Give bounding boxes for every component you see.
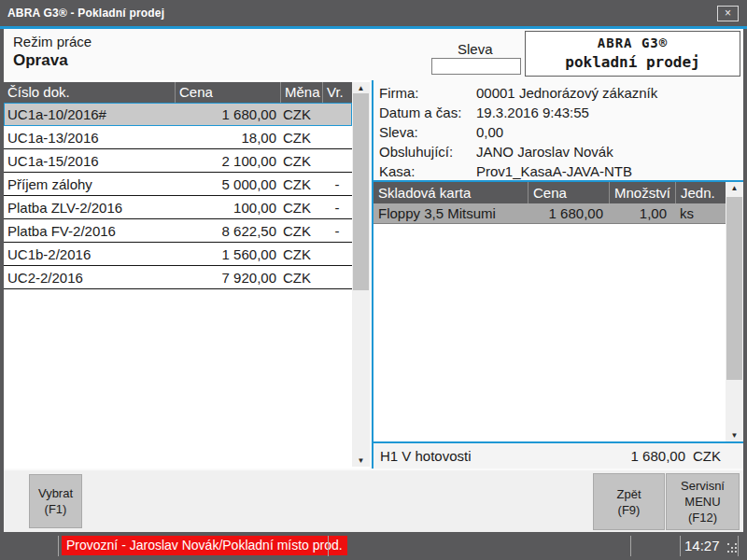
total-amount: 1 680,00 (631, 448, 685, 464)
service-button-label1: Servisní (681, 478, 725, 494)
document-row[interactable]: UC1b-2/2016 1 560,00 CZK (4, 243, 352, 266)
items-scrollbar[interactable]: ▲ ▼ (726, 182, 743, 441)
info-label: Obsluhující: (379, 142, 476, 161)
doc-currency: CZK (280, 106, 322, 122)
discount-input[interactable] (431, 58, 521, 75)
document-row[interactable]: Platba ZLV-2/2016 100,00 CZK - (4, 196, 352, 219)
app-window: ABRA G3® - Pokladní prodej × Režim práce… (0, 0, 747, 560)
select-button[interactable]: Vybrat (F1) (29, 474, 82, 528)
payment-method-label: H1 V hotovosti (374, 448, 631, 464)
doc-vr: - (322, 200, 352, 216)
statusbar-separator (630, 536, 631, 556)
items-panel: Skladová karta Cena Množství Jedn. Flopp… (374, 182, 743, 441)
column-header-qty[interactable]: Množství (609, 182, 675, 203)
receipt-panel: Firma: 00001 Jednorázový zákazník Datum … (372, 80, 743, 469)
receipt-info: Firma: 00001 Jednorázový zákazník Datum … (374, 80, 743, 180)
column-header-currency[interactable]: Měna (280, 82, 322, 103)
scroll-down-icon[interactable]: ▼ (726, 429, 743, 441)
doc-number: UC1a-15/2016 (4, 153, 175, 169)
statusbar-separator (738, 536, 739, 556)
doc-number: Platba ZLV-2/2016 (4, 200, 175, 216)
window-border-right (743, 29, 747, 532)
doc-price: 1 680,00 (175, 106, 280, 122)
document-row[interactable]: UC1a-15/2016 2 100,00 CZK (4, 149, 352, 173)
documents-table-header: Číslo dok. Cena Měna Vr. (4, 82, 352, 103)
doc-currency: CZK (280, 223, 322, 239)
doc-currency: CZK (280, 130, 322, 146)
info-value: 00001 Jednorázový zákazník (476, 83, 657, 103)
header-panel: Režim práce Oprava Sleva ABRA G3® poklad… (4, 29, 743, 80)
select-button-shortcut: (F1) (45, 501, 67, 517)
document-row[interactable]: UC1a-13/2016 18,00 CZK (4, 126, 352, 149)
info-row-firma: Firma: 00001 Jednorázový zákazník (379, 83, 743, 103)
document-row[interactable]: UC2-2/2016 7 920,00 CZK (4, 266, 352, 289)
doc-currency: CZK (280, 153, 322, 169)
info-label: Kasa: (379, 161, 476, 181)
column-header-price[interactable]: Cena (528, 182, 609, 203)
status-bar: Provozní - Jaroslav Novák/Pokladní místo… (0, 532, 747, 560)
back-button-label: Zpět (616, 486, 641, 502)
brand-logo: ABRA G3® pokladní prodej (525, 31, 740, 77)
document-row[interactable]: Příjem zálohy 5 000,00 CZK - (4, 173, 352, 196)
total-currency: CZK (685, 448, 743, 464)
column-header-unit[interactable]: Jedn. (675, 182, 726, 203)
item-qty: 1,00 (609, 205, 675, 221)
brand-logo-line1: ABRA G3® (526, 35, 740, 50)
clock: 14:27 (684, 538, 720, 553)
info-row-sleva: Sleva: 0,00 (379, 122, 743, 142)
doc-price: 2 100,00 (175, 153, 280, 169)
documents-scrollbar-thumb[interactable] (353, 93, 369, 290)
info-value: Prov1_KasaA-JAVA-NTB (476, 161, 632, 181)
back-button[interactable]: Zpět (F9) (593, 473, 665, 530)
documents-scrollbar[interactable]: ▲ ▼ (352, 82, 370, 467)
scroll-up-icon[interactable]: ▲ (726, 182, 743, 194)
discount-label: Sleva (458, 41, 493, 57)
scroll-down-icon[interactable]: ▼ (352, 455, 370, 467)
service-button-shortcut: (F12) (688, 510, 717, 525)
item-row[interactable]: Floppy 3,5 Mitsumi 1 680,00 1,00 ks (374, 203, 726, 224)
window-title: ABRA G3® - Pokladní prodej (7, 7, 164, 20)
column-header-vr[interactable]: Vr. (322, 82, 352, 103)
info-label: Sleva: (379, 122, 476, 142)
document-row[interactable]: UC1a-10/2016# 1 680,00 CZK (4, 103, 352, 126)
documents-rows: UC1a-10/2016# 1 680,00 CZK UC1a-13/2016 … (4, 103, 352, 289)
doc-price: 100,00 (175, 200, 280, 216)
doc-number: UC1a-10/2016# (4, 106, 175, 122)
statusbar-separator (328, 536, 329, 556)
doc-number: Platba FV-2/2016 (4, 223, 175, 239)
doc-currency: CZK (280, 270, 322, 286)
button-bar: Vybrat (F1) Zpět (F9) Servisní MENU (F12… (4, 470, 743, 532)
doc-price: 5 000,00 (175, 176, 280, 192)
doc-vr: - (322, 176, 352, 192)
select-button-label: Vybrat (38, 485, 73, 501)
doc-price: 18,00 (175, 130, 280, 146)
column-header-price[interactable]: Cena (175, 82, 280, 103)
title-bar: ABRA G3® - Pokladní prodej × (0, 0, 747, 26)
doc-number: Příjem zálohy (4, 176, 175, 192)
work-mode-label: Režim práce (13, 34, 92, 49)
doc-number: UC2-2/2016 (4, 270, 175, 286)
column-header-doc[interactable]: Číslo dok. (4, 82, 175, 103)
close-icon: × (725, 7, 731, 20)
payment-total-row: H1 V hotovosti 1 680,00 CZK (374, 443, 743, 469)
doc-currency: CZK (280, 176, 322, 192)
info-label: Datum a čas: (379, 103, 476, 122)
service-menu-button[interactable]: Servisní MENU (F12) (666, 473, 740, 530)
operator-status-badge: Provozní - Jaroslav Novák/Pokladní místo… (62, 536, 347, 555)
items-scrollbar-thumb[interactable] (726, 197, 742, 380)
info-label: Firma: (379, 83, 476, 103)
document-row[interactable]: Platba FV-2/2016 8 622,50 CZK - (4, 219, 352, 243)
info-row-kasa: Kasa: Prov1_KasaA-JAVA-NTB (379, 161, 743, 181)
doc-number: UC1b-2/2016 (4, 246, 175, 262)
service-button-label2: MENU (684, 494, 720, 510)
doc-currency: CZK (280, 200, 322, 216)
doc-number: UC1a-13/2016 (4, 130, 175, 146)
resize-grip-icon[interactable] (727, 543, 738, 553)
item-price: 1 680,00 (528, 205, 609, 221)
column-header-card[interactable]: Skladová karta (374, 182, 528, 203)
info-row-obsluhujici: Obsluhující: JANO Jaroslav Novák (379, 142, 743, 161)
documents-panel: Číslo dok. Cena Měna Vr. UC1a-10/2016# 1… (4, 80, 370, 469)
close-button[interactable]: × (717, 6, 739, 21)
info-value: JANO Jaroslav Novák (476, 142, 613, 161)
statusbar-separator (680, 536, 681, 556)
